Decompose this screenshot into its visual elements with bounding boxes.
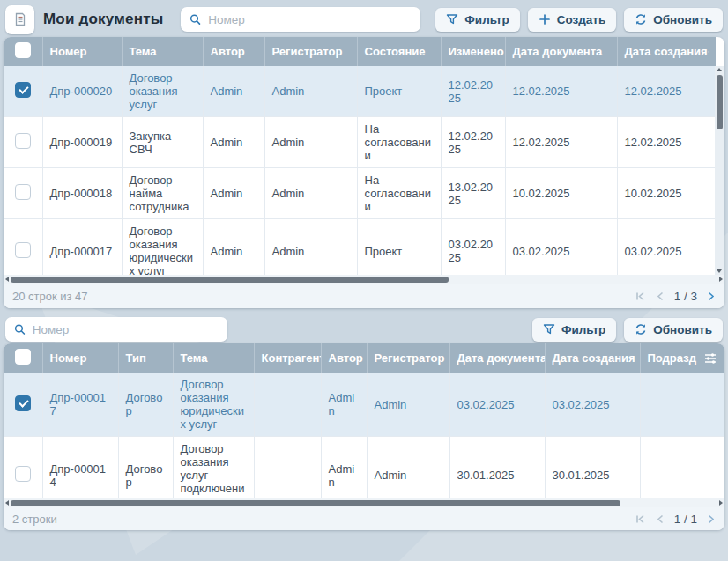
- row-checkbox[interactable]: [15, 82, 31, 98]
- refresh-button-label: Обновить: [653, 323, 712, 336]
- cell-author: Admin: [203, 117, 264, 168]
- cell-registrar: Admin: [264, 117, 357, 168]
- create-button[interactable]: Создать: [528, 8, 617, 32]
- column-header-author[interactable]: Автор: [321, 343, 367, 373]
- column-header-number[interactable]: Номер: [42, 37, 122, 66]
- panel1-search-input[interactable]: [208, 13, 412, 26]
- row-checkbox[interactable]: [15, 242, 31, 258]
- cell-author: Admin: [203, 219, 264, 276]
- cell-author: Admin: [203, 168, 264, 219]
- cell-author: Admin: [203, 66, 264, 117]
- row-checkbox[interactable]: [15, 395, 31, 411]
- table-row[interactable]: Дпр-000017 Договор Договор оказания юрид…: [4, 373, 724, 437]
- select-all-checkbox[interactable]: [15, 42, 31, 58]
- search-icon: [14, 323, 26, 336]
- column-header-topic[interactable]: Тема: [122, 37, 203, 66]
- cell-modified: 13.02.2025: [441, 168, 505, 219]
- row-checkbox[interactable]: [15, 133, 31, 149]
- horizontal-scrollbar-thumb[interactable]: [11, 500, 620, 506]
- column-header-state[interactable]: Состояние: [357, 37, 441, 66]
- table-row[interactable]: Дпр-000017 Договор оказания юридических …: [4, 219, 716, 276]
- panel2-table-body: Дпр-000017 Договор Договор оказания юрид…: [4, 373, 724, 498]
- cell-doc-date: 12.02.2025: [505, 66, 617, 117]
- cell-number: Дпр-000019: [42, 117, 122, 168]
- cell-registrar: Admin: [264, 168, 357, 219]
- refresh-button[interactable]: Обновить: [624, 8, 723, 32]
- panel2-search: [5, 317, 227, 342]
- column-header-registrar[interactable]: Регистратор: [264, 37, 357, 66]
- column-header-doc-date[interactable]: Дата документа: [505, 37, 617, 66]
- cell-registrar: Admin: [367, 437, 449, 499]
- vertical-scrollbar-thumb[interactable]: [717, 75, 723, 129]
- cell-author: Admin: [321, 373, 367, 437]
- vertical-scrollbar[interactable]: [715, 66, 724, 275]
- column-header-contractor[interactable]: Контрагент: [254, 343, 321, 373]
- scroll-left-arrow[interactable]: [5, 277, 9, 282]
- filter-button[interactable]: Фильтр: [435, 8, 519, 32]
- page-indicator: 1 / 3: [674, 290, 697, 303]
- row-checkbox[interactable]: [15, 184, 31, 200]
- page-first-icon[interactable]: [635, 513, 646, 525]
- page-next-icon[interactable]: [707, 291, 716, 302]
- table-row[interactable]: Дпр-000019 Закупка СВЧ Admin Admin На со…: [4, 117, 716, 168]
- cell-created: 12.02.2025: [617, 117, 716, 168]
- cell-modified: 03.02.2025: [441, 219, 505, 276]
- table-row[interactable]: Дпр-000014 Договор Договор оказания услу…: [4, 437, 724, 499]
- column-header-registrar[interactable]: Регистратор: [367, 343, 449, 373]
- cell-topic: Договор оказания услуг: [122, 66, 203, 117]
- cell-registrar: Admin: [367, 373, 449, 437]
- plus-icon: [539, 13, 551, 26]
- panel1-search: [181, 7, 420, 32]
- cell-doc-date: 03.02.2025: [449, 373, 545, 437]
- column-header-doc-date[interactable]: Дата документа: [449, 343, 545, 373]
- panel1-table-header: Номер Тема Автор Регистратор Состояние И…: [4, 37, 716, 66]
- scroll-down-arrow[interactable]: [717, 269, 722, 273]
- column-header-modified[interactable]: Изменено: [441, 37, 505, 66]
- panel1-rows-viewport: Дпр-000020 Договор оказания услуг Admin …: [4, 66, 724, 275]
- column-header-topic[interactable]: Тема: [173, 343, 254, 373]
- panel1-table-card: Номер Тема Автор Регистратор Состояние И…: [4, 37, 724, 308]
- horizontal-scrollbar[interactable]: [4, 275, 724, 284]
- horizontal-scrollbar[interactable]: [4, 498, 724, 507]
- scroll-right-arrow[interactable]: [719, 277, 723, 282]
- panel1-table-body: Дпр-000020 Договор оказания услуг Admin …: [4, 66, 716, 275]
- refresh-button[interactable]: Обновить: [624, 318, 723, 342]
- column-header-number[interactable]: Номер: [42, 343, 118, 373]
- cell-doc-date: 03.02.2025: [505, 219, 617, 276]
- scroll-right-arrow[interactable]: [719, 500, 723, 506]
- panel1-footer: 20 строк из 47 1 / 3: [4, 284, 724, 308]
- column-header-created[interactable]: Дата создания: [617, 37, 716, 66]
- column-header-created-label: Дата создания: [553, 351, 635, 365]
- cell-contractor: [254, 437, 321, 499]
- column-settings-icon[interactable]: [708, 45, 709, 59]
- panel2-search-input[interactable]: [33, 323, 219, 336]
- table-row[interactable]: Дпр-000018 Договор найма сотрудника Admi…: [4, 168, 716, 219]
- page-next-icon[interactable]: [707, 513, 716, 525]
- scroll-up-arrow[interactable]: [717, 68, 722, 71]
- column-header-type[interactable]: Тип: [118, 343, 173, 373]
- cell-number: Дпр-000014: [42, 437, 118, 499]
- page-first-icon[interactable]: [635, 291, 646, 302]
- table-row[interactable]: Дпр-000020 Договор оказания услуг Admin …: [4, 66, 716, 117]
- filter-icon: [446, 13, 458, 26]
- page-prev-icon[interactable]: [656, 513, 665, 525]
- page-prev-icon[interactable]: [656, 291, 665, 302]
- cell-created: 03.02.2025: [545, 373, 640, 437]
- select-all-checkbox[interactable]: [15, 349, 31, 365]
- column-settings-icon[interactable]: [703, 351, 717, 365]
- column-header-author[interactable]: Автор: [203, 37, 264, 66]
- cell-number: Дпр-000017: [42, 373, 118, 437]
- select-all-header[interactable]: [4, 343, 42, 373]
- scroll-left-arrow[interactable]: [5, 500, 9, 506]
- horizontal-scrollbar-thumb[interactable]: [11, 277, 449, 283]
- cell-modified: 12.02.2025: [441, 117, 505, 168]
- column-header-department[interactable]: Подразд: [640, 343, 724, 373]
- cell-modified: 12.02.2025: [441, 66, 505, 117]
- filter-button[interactable]: Фильтр: [532, 318, 616, 342]
- select-all-header[interactable]: [4, 37, 42, 66]
- refresh-button-label: Обновить: [653, 13, 712, 26]
- column-header-created-label: Дата создания: [625, 45, 708, 58]
- cell-state: Проект: [357, 219, 441, 276]
- column-header-created[interactable]: Дата создания: [545, 343, 640, 373]
- row-checkbox[interactable]: [15, 466, 31, 482]
